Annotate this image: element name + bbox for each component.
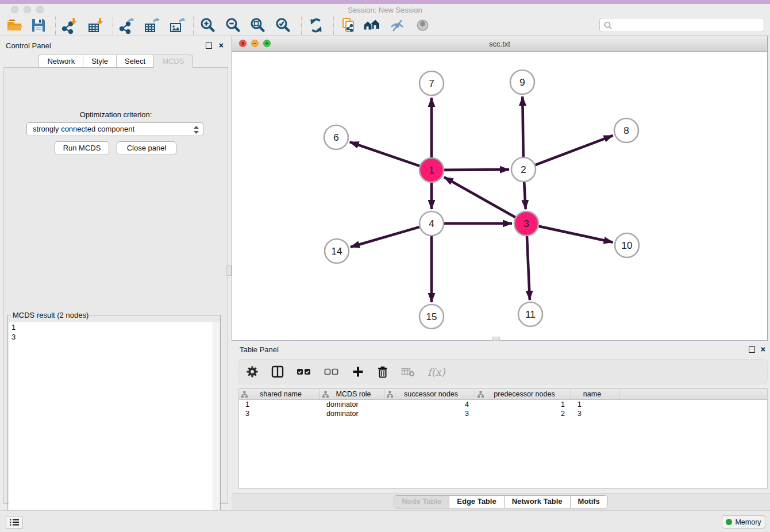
function-builder-icon: f(x) [428, 366, 445, 378]
table-cell-predecessor-nodes: 1 [475, 400, 571, 409]
window-top-edge [0, 0, 770, 4]
zoom-in-icon[interactable] [197, 16, 219, 35]
tab-style[interactable]: Style [83, 55, 116, 68]
table-cell-name: 3 [571, 409, 619, 418]
application-window: Session: New Session [0, 0, 770, 532]
add-column-icon[interactable] [352, 365, 364, 378]
optimization-criterion-label: Optimization criterion: [4, 110, 228, 119]
open-session-icon[interactable] [3, 16, 25, 35]
import-table-icon[interactable] [85, 16, 107, 35]
deselect-all-rows-icon[interactable] [324, 367, 339, 377]
graph-node-label-6: 6 [333, 132, 338, 143]
node-table: shared nameMCDS rolesuccessor nodesprede… [238, 388, 768, 489]
refresh-icon[interactable] [305, 16, 327, 35]
task-history-button[interactable] [6, 516, 23, 529]
graph-node-label-10: 10 [622, 240, 633, 251]
clone-network-icon[interactable] [337, 16, 359, 35]
graph-edge-3-10[interactable] [538, 226, 613, 242]
run-mcds-button[interactable]: Run MCDS [55, 141, 109, 155]
column-header-mcds-role[interactable]: MCDS role [320, 389, 384, 399]
folder-icon [6, 17, 23, 34]
delete-column-icon[interactable] [377, 365, 388, 378]
graph-node-label-7: 7 [429, 78, 434, 89]
first-neighbors-icon[interactable] [361, 16, 383, 35]
search-input[interactable] [613, 20, 764, 30]
close-panel-button[interactable]: Close panel [117, 141, 176, 155]
mcds-result-groupbox: MCDS result (2 nodes) 13 [7, 315, 221, 531]
export-arrow-icon [128, 18, 134, 22]
graph-edge-2-3[interactable] [524, 182, 526, 209]
save-session-icon[interactable] [28, 16, 49, 35]
graph-node-label-15: 15 [426, 311, 437, 322]
main-titlebar: Session: New Session [0, 4, 770, 16]
network-canvas[interactable]: 1234678910111415 [232, 52, 767, 340]
optimization-criterion-value: strongly connected component [33, 125, 134, 133]
table-cell-shared-name: 1 [239, 400, 320, 409]
mcds-result-textarea[interactable]: 13 [9, 322, 220, 530]
table-settings-gear-icon[interactable] [246, 365, 259, 378]
splitter-handle[interactable] [226, 265, 232, 276]
close-panel-icon[interactable]: × [761, 346, 765, 353]
export-table-icon[interactable] [141, 16, 163, 35]
tab-motifs[interactable]: Motifs [571, 496, 607, 508]
column-header-shared-name[interactable]: shared name [239, 389, 320, 399]
sort-tree-icon [241, 391, 248, 398]
column-header-name[interactable]: name [571, 389, 619, 399]
status-bar: Memory [0, 510, 770, 532]
search-field[interactable] [599, 18, 764, 32]
tab-network-table[interactable]: Network Table [505, 496, 571, 508]
toolbar-separator [333, 17, 334, 35]
column-header-successor-nodes[interactable]: successor nodes [384, 389, 475, 399]
graph-node-label-4: 4 [429, 218, 434, 229]
graph-edge-1-2[interactable] [444, 169, 509, 170]
zoom-fit-icon[interactable] [247, 16, 269, 35]
import-network-icon[interactable] [59, 16, 80, 35]
hide-selected-icon[interactable] [387, 16, 409, 35]
graph-node-label-11: 11 [525, 309, 536, 320]
table-toolbar: f(x) [238, 359, 768, 384]
mcds-panel: Optimization criterion: strongly connect… [3, 67, 228, 504]
sort-tree-icon [387, 391, 393, 398]
table-cell-successor-nodes: 3 [384, 409, 475, 418]
splitter-handle[interactable] [492, 337, 500, 341]
table-row[interactable]: 1dominator411 [239, 400, 767, 409]
graph-edge-4-14[interactable] [351, 227, 419, 247]
select-all-rows-icon[interactable] [297, 367, 311, 377]
export-image-icon[interactable] [167, 16, 188, 35]
network-window-titlebar[interactable]: x − + scc.txt [232, 36, 767, 52]
floppy-icon [30, 17, 47, 34]
graph-node-label-9: 9 [519, 77, 525, 88]
tab-edge-table[interactable]: Edge Table [449, 496, 504, 508]
table-row[interactable]: 3dominator323 [239, 409, 767, 418]
zoom-out-icon[interactable] [222, 16, 244, 35]
network-window-title: scc.txt [232, 40, 767, 48]
tab-mcds[interactable]: MCDS [153, 55, 192, 68]
export-network-icon[interactable] [116, 16, 138, 35]
tab-node-table[interactable]: Node Table [394, 496, 449, 508]
export-arrow-icon [153, 18, 160, 22]
result-scrollbar[interactable] [213, 322, 220, 530]
graph-edge-1-6[interactable] [350, 142, 420, 166]
close-panel-icon[interactable]: × [219, 43, 224, 49]
control-panel-title: Control Panel [6, 41, 51, 50]
graph-edge-3-11[interactable] [527, 236, 530, 300]
float-panel-icon[interactable] [749, 346, 755, 353]
graph-edge-3-1[interactable] [444, 177, 515, 217]
graph-edge-2-9[interactable] [522, 97, 523, 157]
toolbar-separator [55, 17, 56, 35]
optimization-criterion-select[interactable]: strongly connected component [26, 122, 203, 136]
zoom-selected-icon[interactable] [272, 16, 294, 35]
memory-button[interactable]: Memory [722, 515, 765, 529]
column-header-predecessor-nodes[interactable]: predecessor nodes [475, 389, 571, 399]
tab-network[interactable]: Network [38, 55, 83, 68]
show-all-icon[interactable] [412, 16, 434, 35]
tab-select[interactable]: Select [116, 55, 153, 68]
mcds-result-title: MCDS result (2 nodes) [11, 311, 90, 319]
delete-table-icon [401, 366, 415, 377]
control-panel: Control Panel × NetworkStyleSelectMCDS O… [0, 36, 232, 508]
float-panel-icon[interactable] [206, 43, 212, 49]
task-list-icon [9, 518, 20, 526]
column-header-filler [619, 389, 767, 399]
show-columns-icon[interactable] [271, 365, 284, 378]
graph-edge-2-8[interactable] [536, 136, 613, 165]
